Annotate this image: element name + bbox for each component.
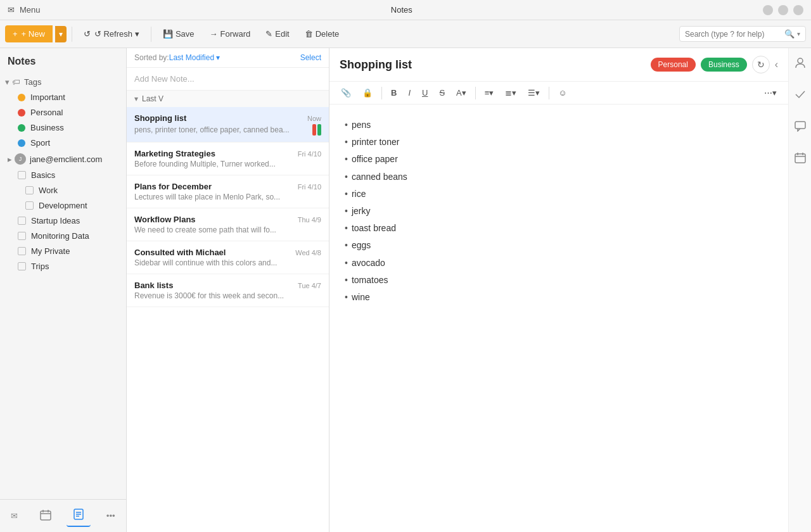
- sidebar-item-trips[interactable]: Trips: [3, 259, 124, 274]
- sidebar-item-startup-ideas[interactable]: Startup Ideas: [3, 213, 124, 228]
- sidebar-item-important[interactable]: Important: [3, 90, 124, 104]
- sidebar-item-label-sport: Sport: [30, 138, 50, 148]
- note-item-consulted-michael[interactable]: Consulted with Michael Wed 4/8 Sidebar w…: [127, 241, 329, 274]
- editor-sep-1: [381, 87, 382, 99]
- collapse-panel-button[interactable]: ‹: [775, 59, 778, 70]
- sidebar-item-label-basics: Basics: [31, 170, 55, 180]
- list-item-text: pens: [352, 117, 371, 133]
- list-item-text: toast bread: [352, 220, 396, 236]
- note-item-marketing-strategies[interactable]: Marketing Strategies Fri 4/10 Before fou…: [127, 142, 329, 175]
- sidebar-item-personal[interactable]: Personal: [3, 105, 124, 120]
- group-arrow-icon: ▾: [134, 94, 138, 103]
- edit-button[interactable]: ✎ Edit: [259, 25, 295, 42]
- refresh-button[interactable]: ↺ ↺ Refresh ▾: [77, 25, 146, 42]
- editor-sep-3: [549, 87, 549, 99]
- right-check-button[interactable]: [791, 85, 810, 106]
- italic-button[interactable]: I: [404, 86, 414, 100]
- main-layout: Notes ▾ 🏷 Tags Important Personal Busine…: [0, 48, 811, 532]
- search-input[interactable]: [685, 30, 782, 39]
- numbered-list-button[interactable]: ≣▾: [501, 86, 520, 100]
- sort-label: Sorted by:: [134, 53, 169, 62]
- bold-button[interactable]: B: [387, 86, 400, 100]
- editor: Shopping list Personal Business ↻ ‹ 📎 🔒 …: [329, 48, 788, 532]
- work-checkbox[interactable]: [25, 186, 34, 194]
- align-button[interactable]: ☰▾: [524, 86, 544, 100]
- footer-calendar-button[interactable]: [34, 505, 58, 527]
- forward-button[interactable]: → Forward: [203, 25, 257, 42]
- note-item-plans-december[interactable]: Plans for December Fri 4/10 Lectures wil…: [127, 175, 329, 208]
- tags-label: Tags: [24, 77, 41, 87]
- sidebar-item-label-business: Business: [30, 123, 64, 132]
- footer-notes-button[interactable]: [67, 505, 91, 527]
- right-comment-button[interactable]: [791, 117, 810, 138]
- business-tag-button[interactable]: Business: [701, 58, 747, 72]
- close-button[interactable]: [793, 5, 803, 15]
- sort-value[interactable]: Last Modified ▾: [169, 53, 220, 62]
- user-email-label: jane@emclient.com: [30, 155, 102, 164]
- bullet-icon: •: [345, 220, 348, 236]
- startup-ideas-checkbox[interactable]: [18, 217, 26, 225]
- font-color-button[interactable]: A▾: [452, 86, 470, 100]
- tag-bar-business: [317, 124, 321, 136]
- note-preview-plans-december: Lectures will take place in Menlo Park, …: [134, 193, 321, 201]
- attachment-button[interactable]: 📎: [337, 86, 355, 100]
- sidebar-item-my-private[interactable]: My Private: [3, 244, 124, 258]
- list-item-text: printer toner: [352, 134, 399, 150]
- lock-button[interactable]: 🔒: [359, 86, 376, 100]
- sidebar-item-sport[interactable]: Sport: [3, 136, 124, 150]
- list-item-text: rice: [352, 186, 366, 202]
- strikethrough-button[interactable]: S: [435, 86, 449, 100]
- sidebar-item-monitoring-data[interactable]: Monitoring Data: [3, 229, 124, 243]
- sidebar-header: Notes: [0, 48, 126, 72]
- tag-icon: 🏷: [12, 77, 20, 87]
- add-note-input[interactable]: Add New Note...: [127, 68, 329, 91]
- forward-label: Forward: [220, 29, 251, 39]
- trips-checkbox[interactable]: [18, 262, 26, 270]
- delete-button[interactable]: 🗑 Delete: [298, 25, 346, 42]
- my-private-checkbox[interactable]: [18, 247, 26, 255]
- sidebar-item-label-trips: Trips: [31, 262, 49, 271]
- sidebar-item-label-monitoring-data: Monitoring Data: [31, 231, 89, 241]
- list-item: •canned beans: [345, 169, 773, 185]
- new-button[interactable]: + + New: [5, 25, 53, 42]
- user-account-item[interactable]: ▸ J jane@emclient.com: [0, 151, 126, 167]
- right-person-button[interactable]: [791, 53, 810, 75]
- sidebar-item-work[interactable]: Work: [3, 183, 124, 198]
- list-item: •rice: [345, 186, 773, 202]
- personal-tag-button[interactable]: Personal: [651, 58, 696, 72]
- basics-checkbox[interactable]: [18, 171, 26, 179]
- search-dropdown-icon[interactable]: ▾: [797, 30, 800, 37]
- sidebar-item-basics[interactable]: Basics: [3, 168, 124, 182]
- search-icon[interactable]: 🔍: [784, 29, 795, 39]
- note-item-bank-lists[interactable]: Bank lists Tue 4/7 Revenue is 3000€ for …: [127, 274, 329, 307]
- select-button[interactable]: Select: [300, 53, 321, 62]
- list-item-text: avocado: [352, 255, 385, 271]
- sidebar-item-development[interactable]: Development: [3, 198, 124, 213]
- group-header-last-v[interactable]: ▾ Last V: [127, 91, 329, 107]
- bullet-list-button[interactable]: ≡▾: [481, 86, 498, 100]
- footer-mail-button[interactable]: ✉: [4, 505, 24, 527]
- new-label: + New: [22, 29, 45, 39]
- minimize-button[interactable]: [763, 5, 773, 15]
- bullet-icon: •: [345, 203, 348, 219]
- emoji-button[interactable]: ☺: [554, 86, 570, 100]
- note-item-shopping-list[interactable]: Shopping list Now pens, printer toner, o…: [127, 107, 329, 142]
- right-calendar-button[interactable]: [791, 148, 810, 170]
- development-checkbox[interactable]: [25, 201, 34, 210]
- sidebar-item-label-work: Work: [39, 186, 58, 195]
- note-item-workflow-plans[interactable]: Workflow Plans Thu 4/9 We need to create…: [127, 208, 329, 241]
- underline-button[interactable]: U: [418, 86, 431, 100]
- sync-button[interactable]: ↻: [752, 56, 770, 73]
- more-options-button[interactable]: ⋯▾: [760, 86, 781, 100]
- titlebar-controls: [763, 5, 803, 15]
- editor-content[interactable]: •pens•printer toner•office paper•canned …: [329, 104, 788, 532]
- new-dropdown-button[interactable]: ▾: [55, 26, 67, 42]
- bullet-icon: •: [345, 238, 348, 253]
- save-button[interactable]: 💾 Save: [156, 25, 201, 42]
- footer-more-button[interactable]: •••: [100, 505, 122, 527]
- monitoring-data-checkbox[interactable]: [18, 232, 26, 240]
- maximize-button[interactable]: [778, 5, 788, 15]
- note-date-marketing-strategies: Fri 4/10: [298, 150, 321, 158]
- sidebar-item-business[interactable]: Business: [3, 120, 124, 135]
- tags-section-header[interactable]: ▾ 🏷 Tags: [0, 75, 126, 89]
